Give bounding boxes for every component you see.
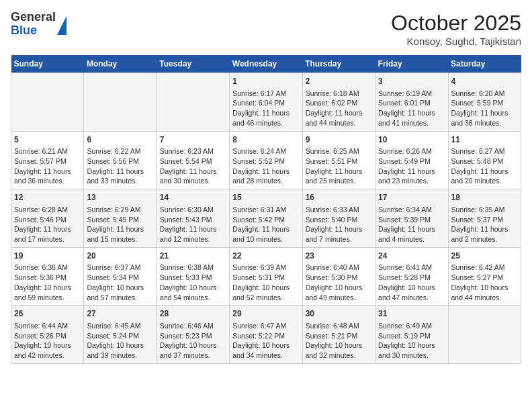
month-year-title: October 2025 [391, 11, 521, 36]
day-number: 10 [378, 134, 445, 146]
day-cell-content: Sunrise: 6:46 AM Sunset: 5:23 PM Dayligh… [160, 321, 226, 361]
day-cell-content: Sunrise: 6:36 AM Sunset: 5:36 PM Dayligh… [14, 263, 81, 302]
day-number: 12 [14, 192, 81, 203]
day-number: 21 [160, 250, 226, 262]
day-number: 5 [14, 134, 81, 146]
day-number: 11 [451, 134, 518, 146]
day-cell-content: Sunrise: 6:25 AM Sunset: 5:51 PM Dayligh… [306, 146, 372, 186]
weekday-header-thursday: Thursday [302, 55, 375, 73]
calendar-day-cell: 21Sunrise: 6:38 AM Sunset: 5:33 PM Dayli… [157, 247, 229, 306]
logo-general: General [11, 11, 56, 24]
day-number: 17 [378, 192, 445, 203]
calendar-day-cell: 17Sunrise: 6:34 AM Sunset: 5:39 PM Dayli… [375, 189, 448, 248]
calendar-day-cell: 15Sunrise: 6:31 AM Sunset: 5:42 PM Dayli… [230, 189, 302, 248]
day-cell-content: Sunrise: 6:22 AM Sunset: 5:56 PM Dayligh… [87, 146, 153, 186]
day-number: 9 [306, 134, 372, 146]
calendar-day-cell: 24Sunrise: 6:41 AM Sunset: 5:28 PM Dayli… [375, 247, 448, 306]
calendar-day-cell: 31Sunrise: 6:49 AM Sunset: 5:19 PM Dayli… [375, 306, 448, 364]
weekday-header-row: SundayMondayTuesdayWednesdayThursdayFrid… [11, 55, 521, 73]
day-cell-content: Sunrise: 6:49 AM Sunset: 5:19 PM Dayligh… [378, 321, 445, 361]
day-number: 26 [14, 308, 81, 320]
calendar-day-cell: 29Sunrise: 6:47 AM Sunset: 5:22 PM Dayli… [230, 306, 302, 364]
calendar-table: SundayMondayTuesdayWednesdayThursdayFrid… [11, 55, 521, 364]
day-cell-content: Sunrise: 6:41 AM Sunset: 5:28 PM Dayligh… [378, 263, 445, 302]
day-cell-content: Sunrise: 6:33 AM Sunset: 5:40 PM Dayligh… [306, 205, 372, 244]
calendar-body: 1Sunrise: 6:17 AM Sunset: 6:04 PM Daylig… [11, 73, 521, 364]
calendar-week-row: 26Sunrise: 6:44 AM Sunset: 5:26 PM Dayli… [11, 306, 521, 364]
calendar-day-cell: 5Sunrise: 6:21 AM Sunset: 5:57 PM Daylig… [11, 131, 84, 189]
calendar-day-cell: 3Sunrise: 6:19 AM Sunset: 6:01 PM Daylig… [375, 73, 448, 132]
day-cell-content: Sunrise: 6:18 AM Sunset: 6:02 PM Dayligh… [306, 89, 372, 128]
day-cell-content: Sunrise: 6:29 AM Sunset: 5:45 PM Dayligh… [87, 205, 153, 244]
day-number: 7 [160, 134, 226, 146]
day-cell-content: Sunrise: 6:30 AM Sunset: 5:43 PM Dayligh… [160, 205, 226, 244]
day-number: 22 [232, 250, 299, 262]
calendar-day-cell: 18Sunrise: 6:35 AM Sunset: 5:37 PM Dayli… [448, 189, 521, 248]
day-cell-content: Sunrise: 6:34 AM Sunset: 5:39 PM Dayligh… [378, 205, 445, 244]
calendar-day-cell: 16Sunrise: 6:33 AM Sunset: 5:40 PM Dayli… [302, 189, 375, 248]
day-cell-content: Sunrise: 6:21 AM Sunset: 5:57 PM Dayligh… [14, 146, 81, 186]
day-cell-content: Sunrise: 6:28 AM Sunset: 5:46 PM Dayligh… [14, 205, 81, 244]
calendar-day-cell: 6Sunrise: 6:22 AM Sunset: 5:56 PM Daylig… [84, 131, 157, 189]
day-cell-content: Sunrise: 6:24 AM Sunset: 5:52 PM Dayligh… [232, 146, 299, 186]
weekday-header-saturday: Saturday [448, 55, 521, 73]
calendar-day-cell: 7Sunrise: 6:23 AM Sunset: 5:54 PM Daylig… [157, 131, 229, 189]
calendar-day-cell: 26Sunrise: 6:44 AM Sunset: 5:26 PM Dayli… [11, 306, 84, 364]
day-cell-content: Sunrise: 6:39 AM Sunset: 5:31 PM Dayligh… [232, 263, 299, 302]
day-number: 23 [306, 250, 372, 262]
day-number: 24 [378, 250, 445, 262]
calendar-day-cell: 30Sunrise: 6:48 AM Sunset: 5:21 PM Dayli… [302, 306, 375, 364]
day-number: 8 [232, 134, 299, 146]
day-number: 20 [87, 250, 153, 262]
day-cell-content: Sunrise: 6:44 AM Sunset: 5:26 PM Dayligh… [14, 321, 81, 361]
day-number: 15 [232, 192, 299, 203]
day-number: 19 [14, 250, 81, 262]
day-cell-content: Sunrise: 6:47 AM Sunset: 5:22 PM Dayligh… [232, 321, 299, 361]
calendar-week-row: 19Sunrise: 6:36 AM Sunset: 5:36 PM Dayli… [11, 247, 521, 306]
location-subtitle: Konsoy, Sughd, Tajikistan [391, 36, 521, 47]
day-cell-content: Sunrise: 6:19 AM Sunset: 6:01 PM Dayligh… [378, 89, 445, 128]
calendar-day-cell [84, 73, 157, 132]
day-number: 14 [160, 192, 226, 203]
logo-text: General Blue [11, 11, 56, 38]
day-number: 1 [232, 76, 299, 87]
day-cell-content: Sunrise: 6:37 AM Sunset: 5:34 PM Dayligh… [87, 263, 153, 302]
day-cell-content: Sunrise: 6:48 AM Sunset: 5:21 PM Dayligh… [306, 321, 372, 361]
calendar-day-cell [448, 306, 521, 364]
day-cell-content: Sunrise: 6:27 AM Sunset: 5:48 PM Dayligh… [451, 146, 518, 186]
logo: General Blue [11, 11, 66, 38]
weekday-header-sunday: Sunday [11, 55, 84, 73]
calendar-week-row: 12Sunrise: 6:28 AM Sunset: 5:46 PM Dayli… [11, 189, 521, 248]
day-cell-content: Sunrise: 6:20 AM Sunset: 5:59 PM Dayligh… [451, 89, 518, 128]
day-number: 18 [451, 192, 518, 203]
logo-triangle-icon [57, 16, 66, 35]
day-cell-content: Sunrise: 6:23 AM Sunset: 5:54 PM Dayligh… [160, 146, 226, 186]
calendar-week-row: 5Sunrise: 6:21 AM Sunset: 5:57 PM Daylig… [11, 131, 521, 189]
calendar-day-cell: 27Sunrise: 6:45 AM Sunset: 5:24 PM Dayli… [84, 306, 157, 364]
day-number: 2 [306, 76, 372, 87]
day-cell-content: Sunrise: 6:17 AM Sunset: 6:04 PM Dayligh… [232, 89, 299, 128]
day-cell-content: Sunrise: 6:42 AM Sunset: 5:27 PM Dayligh… [451, 263, 518, 302]
calendar-day-cell: 10Sunrise: 6:26 AM Sunset: 5:49 PM Dayli… [375, 131, 448, 189]
calendar-day-cell: 20Sunrise: 6:37 AM Sunset: 5:34 PM Dayli… [84, 247, 157, 306]
calendar-day-cell: 1Sunrise: 6:17 AM Sunset: 6:04 PM Daylig… [230, 73, 302, 132]
day-number: 29 [232, 308, 299, 320]
day-cell-content: Sunrise: 6:40 AM Sunset: 5:30 PM Dayligh… [306, 263, 372, 302]
weekday-header-friday: Friday [375, 55, 448, 73]
calendar-day-cell: 11Sunrise: 6:27 AM Sunset: 5:48 PM Dayli… [448, 131, 521, 189]
day-cell-content: Sunrise: 6:26 AM Sunset: 5:49 PM Dayligh… [378, 146, 445, 186]
calendar-day-cell: 9Sunrise: 6:25 AM Sunset: 5:51 PM Daylig… [302, 131, 375, 189]
weekday-header-wednesday: Wednesday [230, 55, 302, 73]
day-number: 28 [160, 308, 226, 320]
calendar-day-cell: 23Sunrise: 6:40 AM Sunset: 5:30 PM Dayli… [302, 247, 375, 306]
day-cell-content: Sunrise: 6:38 AM Sunset: 5:33 PM Dayligh… [160, 263, 226, 302]
day-number: 27 [87, 308, 153, 320]
calendar-day-cell: 12Sunrise: 6:28 AM Sunset: 5:46 PM Dayli… [11, 189, 84, 248]
calendar-day-cell: 8Sunrise: 6:24 AM Sunset: 5:52 PM Daylig… [230, 131, 302, 189]
calendar-day-cell: 25Sunrise: 6:42 AM Sunset: 5:27 PM Dayli… [448, 247, 521, 306]
weekday-header-tuesday: Tuesday [157, 55, 229, 73]
calendar-day-cell [157, 73, 229, 132]
calendar-day-cell [11, 73, 84, 132]
weekday-header-monday: Monday [84, 55, 157, 73]
page-header: General Blue October 2025 Konsoy, Sughd,… [11, 11, 521, 47]
